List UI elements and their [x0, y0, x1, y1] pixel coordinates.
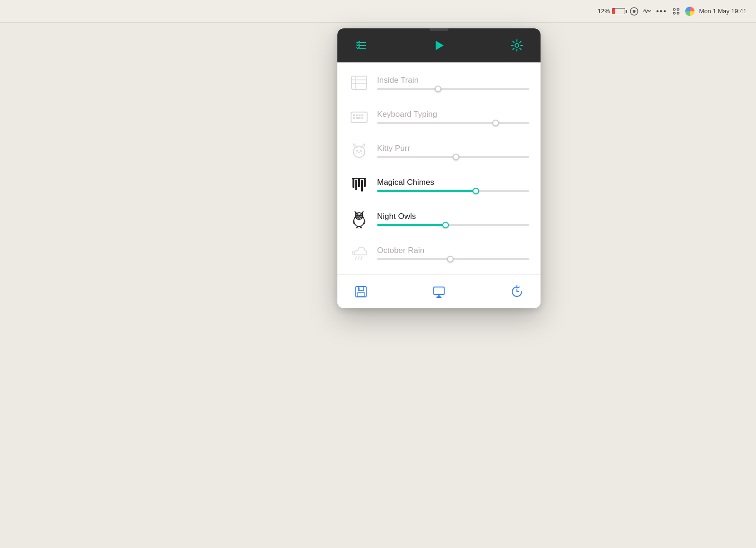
- svg-rect-21: [356, 117, 361, 119]
- sound-name: Night Owls: [377, 212, 529, 221]
- svg-rect-32: [352, 178, 354, 188]
- sound-name: Inside Train: [377, 76, 529, 85]
- list-item[interactable]: Keyboard Typing: [337, 100, 541, 134]
- menubar: 12% •••: [0, 0, 756, 23]
- top-toolbar: [337, 28, 541, 62]
- october-rain-info: October Rain: [377, 246, 529, 260]
- list-item[interactable]: Magical Chimes: [337, 168, 541, 202]
- svg-rect-35: [361, 180, 363, 191]
- svg-rect-16: [353, 114, 355, 116]
- svg-rect-22: [361, 117, 363, 119]
- svg-marker-56: [436, 295, 442, 298]
- keyboard-typing-icon: [349, 106, 369, 127]
- svg-line-47: [361, 226, 362, 228]
- sound-list: Inside Train: [337, 62, 541, 274]
- window-notch: [430, 28, 448, 31]
- night-owls-slider[interactable]: [377, 224, 529, 226]
- october-rain-icon: [349, 243, 369, 263]
- list-item[interactable]: Inside Train: [337, 66, 541, 100]
- sound-name: Magical Chimes: [377, 178, 529, 187]
- svg-marker-25: [361, 144, 365, 148]
- svg-point-1: [633, 10, 636, 13]
- airplay-button[interactable]: [432, 285, 446, 298]
- list-item[interactable]: Kitty Purr: [337, 134, 541, 168]
- more-items[interactable]: •••: [656, 7, 667, 16]
- kitty-purr-info: Kitty Purr: [377, 144, 529, 158]
- svg-rect-33: [355, 180, 357, 190]
- inside-train-info: Inside Train: [377, 76, 529, 90]
- play-icon[interactable]: [432, 39, 446, 52]
- activity-icon[interactable]: [643, 7, 652, 16]
- sound-name: Kitty Purr: [377, 144, 529, 153]
- svg-rect-53: [357, 293, 365, 296]
- app-window: Inside Train: [337, 28, 541, 308]
- svg-rect-18: [359, 114, 361, 116]
- inside-train-slider[interactable]: [377, 88, 529, 90]
- battery-box: [612, 8, 625, 14]
- svg-line-48: [355, 257, 356, 260]
- list-item[interactable]: October Rain: [337, 236, 541, 270]
- color-icon[interactable]: [685, 7, 695, 16]
- sketch-icon[interactable]: [630, 7, 638, 16]
- svg-point-2: [673, 9, 675, 10]
- inside-train-icon: [349, 72, 369, 93]
- save-button[interactable]: [354, 285, 368, 298]
- menubar-right: 12% •••: [598, 7, 747, 16]
- svg-rect-55: [434, 287, 444, 295]
- kitty-purr-slider[interactable]: [377, 156, 529, 158]
- magical-chimes-info: Magical Chimes: [377, 178, 529, 192]
- battery-percent: 12%: [598, 8, 610, 15]
- svg-line-50: [361, 257, 362, 260]
- svg-point-27: [360, 150, 362, 152]
- sound-name: October Rain: [377, 246, 529, 255]
- keyboard-typing-info: Keyboard Typing: [377, 110, 529, 124]
- svg-line-49: [358, 257, 359, 260]
- svg-rect-19: [361, 114, 363, 116]
- svg-rect-17: [356, 114, 358, 116]
- battery-fill: [612, 9, 615, 14]
- keyboard-typing-slider[interactable]: [377, 122, 529, 124]
- night-owls-info: Night Owls: [377, 212, 529, 226]
- list-item[interactable]: Night Owls: [337, 202, 541, 236]
- magical-chimes-slider[interactable]: [377, 190, 529, 192]
- svg-rect-34: [358, 179, 360, 187]
- magical-chimes-icon: [349, 174, 369, 195]
- reset-button[interactable]: [510, 285, 524, 298]
- svg-point-42: [357, 216, 358, 217]
- svg-marker-24: [353, 144, 357, 148]
- svg-point-10: [515, 43, 519, 47]
- control-center-icon[interactable]: [672, 7, 680, 16]
- october-rain-slider[interactable]: [377, 258, 529, 260]
- svg-point-4: [673, 12, 675, 14]
- svg-point-26: [356, 150, 358, 152]
- settings-icon[interactable]: [510, 39, 524, 52]
- clock: Mon 1 May 19:41: [699, 8, 747, 15]
- svg-marker-9: [436, 41, 444, 50]
- list-icon[interactable]: [354, 39, 368, 52]
- svg-rect-36: [364, 179, 366, 187]
- svg-point-43: [360, 216, 361, 217]
- sound-name: Keyboard Typing: [377, 110, 529, 119]
- night-owls-icon: [349, 209, 369, 229]
- svg-rect-20: [353, 117, 355, 119]
- svg-point-3: [677, 9, 679, 10]
- svg-rect-11: [352, 76, 367, 89]
- bottom-toolbar: [337, 274, 541, 308]
- battery-indicator: 12%: [598, 8, 625, 15]
- svg-point-5: [677, 12, 679, 14]
- kitty-purr-icon: [349, 140, 369, 161]
